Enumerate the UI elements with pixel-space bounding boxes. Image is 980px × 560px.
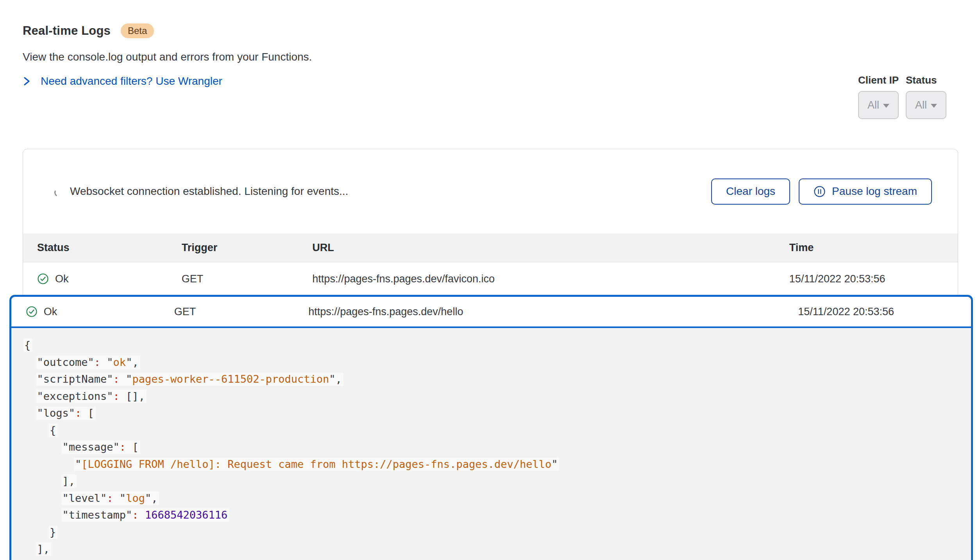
advanced-filters-label: Need advanced filters? Use Wrangler xyxy=(41,75,222,87)
status-select[interactable]: All xyxy=(906,91,946,119)
clear-logs-label: Clear logs xyxy=(726,185,775,198)
log-toolbar: Websocket connection established. Listen… xyxy=(23,149,958,234)
loading-spinner-icon xyxy=(54,187,64,198)
toolbar-buttons: Clear logs Pause log stream xyxy=(711,178,932,205)
beta-badge: Beta xyxy=(121,23,154,38)
expanded-table-row[interactable]: Ok GET https://pages-fns.pages.dev/hello… xyxy=(11,297,971,328)
client-ip-value: All xyxy=(867,99,879,111)
status-label: Ok xyxy=(55,273,69,285)
table-header: Status Trigger URL Time xyxy=(23,234,958,262)
status-filter-label: Status xyxy=(906,74,946,86)
check-circle-icon xyxy=(26,306,38,317)
status-cell: Ok xyxy=(37,273,182,285)
check-circle-icon xyxy=(37,273,49,285)
log-json-detail: { "outcome": "ok", "scriptName": "pages-… xyxy=(11,328,971,558)
status-filter-value: All xyxy=(915,99,927,111)
websocket-status: Websocket connection established. Listen… xyxy=(54,185,348,198)
chevron-down-icon xyxy=(931,104,937,108)
chevron-right-icon xyxy=(23,75,31,87)
header-url: URL xyxy=(312,242,789,254)
client-ip-label: Client IP xyxy=(858,74,899,86)
page-subtitle: View the console.log output and errors f… xyxy=(23,51,312,63)
page-title: Real-time Logs xyxy=(23,24,111,38)
table-row[interactable]: Ok GET https://pages-fns.pages.dev/favic… xyxy=(23,262,958,295)
trigger-cell: GET xyxy=(182,273,313,285)
header-trigger: Trigger xyxy=(182,242,313,254)
trigger-cell: GET xyxy=(174,306,309,318)
advanced-filters-link[interactable]: Need advanced filters? Use Wrangler xyxy=(23,75,222,87)
client-ip-filter-group: Client IP All xyxy=(858,74,899,119)
pause-log-stream-label: Pause log stream xyxy=(832,185,917,198)
url-cell: https://pages-fns.pages.dev/favicon.ico xyxy=(312,273,789,285)
time-cell: 15/11/2022 20:53:56 xyxy=(798,306,971,318)
pause-log-stream-button[interactable]: Pause log stream xyxy=(799,178,932,205)
header-time: Time xyxy=(789,242,958,254)
client-ip-select[interactable]: All xyxy=(858,91,899,119)
pause-icon xyxy=(814,185,826,198)
status-filter-group: Status All xyxy=(906,74,946,119)
clear-logs-button[interactable]: Clear logs xyxy=(711,178,790,205)
websocket-status-text: Websocket connection established. Listen… xyxy=(70,185,348,198)
chevron-down-icon xyxy=(883,104,889,108)
url-cell: https://pages-fns.pages.dev/hello xyxy=(308,306,798,318)
status-cell: Ok xyxy=(26,306,174,318)
time-cell: 15/11/2022 20:53:56 xyxy=(789,273,958,285)
filters: Client IP All Status All xyxy=(858,74,946,119)
status-label: Ok xyxy=(44,306,57,318)
page-header: Real-time Logs Beta xyxy=(23,23,154,38)
header-status: Status xyxy=(37,242,182,254)
expanded-log-entry: Ok GET https://pages-fns.pages.dev/hello… xyxy=(9,295,973,560)
